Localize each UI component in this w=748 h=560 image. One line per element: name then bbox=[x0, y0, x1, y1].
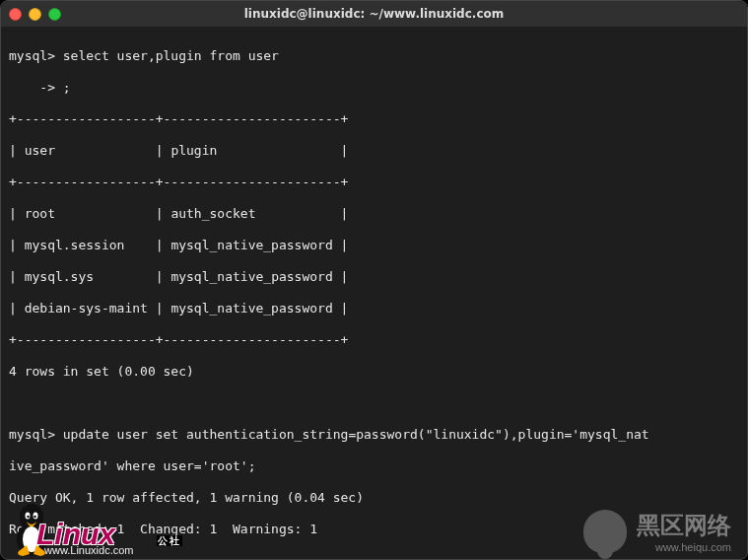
maximize-icon[interactable] bbox=[48, 8, 61, 21]
table-row: | debian-sys-maint | mysql_native_passwo… bbox=[9, 301, 739, 316]
window-controls bbox=[9, 8, 61, 21]
close-icon[interactable] bbox=[9, 8, 22, 21]
prompt-line: mysql> update user set authentication_st… bbox=[9, 427, 739, 443]
window-title: linuxidc@linuxidc: ~/www.linuxidc.com bbox=[1, 7, 747, 21]
prompt-cont: -> ; bbox=[9, 80, 739, 96]
prompt-line: mysql> select user,plugin from user bbox=[9, 48, 739, 64]
terminal-window: linuxidc@linuxidc: ~/www.linuxidc.com my… bbox=[0, 0, 748, 560]
query-ok: Query OK, 1 row affected, 1 warning (0.0… bbox=[9, 490, 739, 506]
titlebar: linuxidc@linuxidc: ~/www.linuxidc.com bbox=[1, 1, 747, 27]
result-summary: 4 rows in set (0.00 sec) bbox=[9, 364, 739, 380]
rows-matched: Rows matched: 1 Changed: 1 Warnings: 1 bbox=[9, 522, 739, 537]
table-header: | user | plugin | bbox=[9, 143, 739, 159]
table-sep: +------------------+--------------------… bbox=[9, 175, 739, 190]
table-sep: +------------------+--------------------… bbox=[9, 332, 739, 348]
table-row: | mysql.session | mysql_native_password … bbox=[9, 238, 739, 253]
terminal-body[interactable]: mysql> select user,plugin from user -> ;… bbox=[1, 27, 747, 560]
table-sep: +------------------+--------------------… bbox=[9, 111, 739, 127]
table-row: | mysql.sys | mysql_native_password | bbox=[9, 269, 739, 285]
minimize-icon[interactable] bbox=[29, 8, 41, 21]
table-row: | root | auth_socket | bbox=[9, 206, 739, 222]
blank bbox=[9, 553, 739, 560]
wrap-line: ive_password' where user='root'; bbox=[9, 458, 739, 474]
blank bbox=[9, 395, 739, 411]
